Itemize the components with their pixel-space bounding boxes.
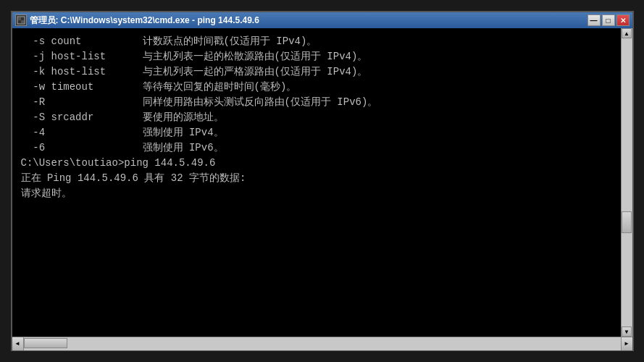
scroll-right-arrow[interactable]: ►: [621, 337, 632, 350]
console-line: -w timeout 等待每次回复的超时时间(毫秒)。: [21, 80, 618, 95]
console-line: -s count 计数跃点的时间戳(仅适用于 IPv4)。: [21, 34, 618, 49]
console-line: -S srcaddr 要使用的源地址。: [21, 110, 618, 125]
maximize-button[interactable]: □: [602, 14, 615, 26]
console-line: -4 强制使用 IPv4。: [21, 125, 618, 140]
console-output: -s count 计数跃点的时间戳(仅适用于 IPv4)。 -j host-li…: [12, 28, 632, 337]
scroll-left-arrow[interactable]: ◄: [12, 337, 24, 350]
svg-rect-2: [21, 20, 24, 23]
horizontal-scroll-thumb[interactable]: [24, 338, 67, 348]
title-bar: 管理员: C:\Windows\system32\cmd.exe - ping …: [12, 12, 632, 28]
console-line: 正在 Ping 144.5.49.6 具有 32 字节的数据:: [21, 171, 618, 186]
scroll-down-arrow[interactable]: ▼: [622, 327, 632, 337]
close-button[interactable]: ✕: [616, 14, 630, 26]
console-line: 请求超时。: [21, 186, 618, 201]
console-line: -R 同样使用路由标头测试反向路由(仅适用于 IPv6)。: [21, 95, 618, 110]
console-line: C:\Users\toutiao>ping 144.5.49.6: [21, 156, 618, 171]
console-line: -k host-list 与主机列表一起的严格源路由(仅适用于 IPv4)。: [21, 64, 618, 80]
window-icon: [15, 14, 27, 26]
vertical-scrollbar[interactable]: ▲ ▼: [621, 28, 632, 337]
horizontal-scrollbar[interactable]: ◄ ►: [12, 337, 632, 350]
scroll-thumb[interactable]: [622, 211, 632, 233]
scroll-up-arrow[interactable]: ▲: [622, 28, 632, 38]
horizontal-scroll-track[interactable]: [24, 337, 621, 350]
minimize-button[interactable]: —: [587, 14, 601, 26]
console-line: -j host-list 与主机列表一起的松散源路由(仅适用于 IPv4)。: [21, 49, 618, 64]
scroll-track[interactable]: [622, 38, 632, 327]
console-line: -6 强制使用 IPv6。: [21, 140, 618, 156]
title-bar-buttons: — □ ✕: [587, 14, 630, 26]
title-bar-left: 管理员: C:\Windows\system32\cmd.exe - ping …: [15, 14, 259, 27]
cmd-window: 管理员: C:\Windows\system32\cmd.exe - ping …: [11, 11, 634, 351]
svg-rect-1: [18, 17, 21, 20]
window-title: 管理员: C:\Windows\system32\cmd.exe - ping …: [30, 14, 259, 27]
